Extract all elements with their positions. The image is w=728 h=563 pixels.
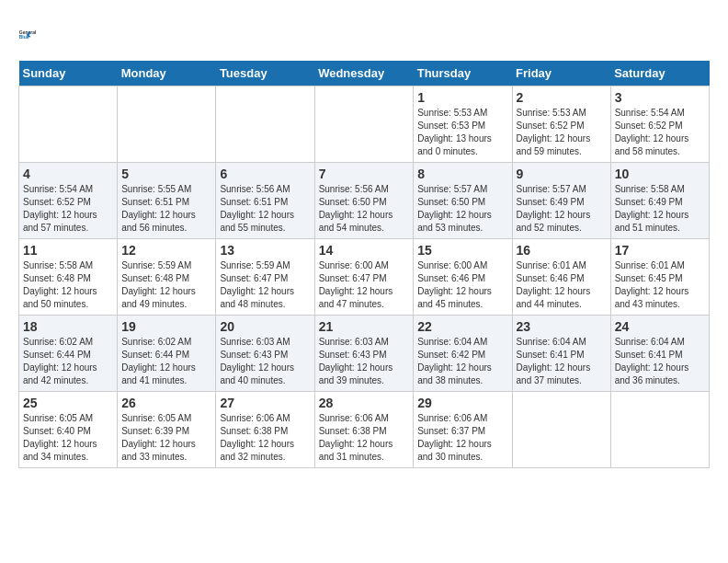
calendar-cell: 20Sunrise: 6:03 AM Sunset: 6:43 PM Dayli… xyxy=(216,316,314,392)
calendar-cell: 10Sunrise: 5:58 AM Sunset: 6:49 PM Dayli… xyxy=(610,163,709,239)
day-number: 16 xyxy=(517,243,607,258)
day-info: Sunrise: 6:01 AM Sunset: 6:46 PM Dayligh… xyxy=(517,259,607,311)
day-info: Sunrise: 5:53 AM Sunset: 6:52 PM Dayligh… xyxy=(517,107,607,158)
calendar-week-5: 25Sunrise: 6:05 AM Sunset: 6:40 PM Dayli… xyxy=(19,392,710,468)
day-number: 24 xyxy=(615,319,705,334)
day-number: 15 xyxy=(417,243,507,258)
calendar-table: SundayMondayTuesdayWednesdayThursdayFrid… xyxy=(18,61,710,468)
day-number: 1 xyxy=(417,90,507,105)
day-info: Sunrise: 5:58 AM Sunset: 6:49 PM Dayligh… xyxy=(615,183,705,235)
day-number: 10 xyxy=(615,167,705,181)
col-header-sunday: Sunday xyxy=(19,61,118,86)
calendar-cell: 21Sunrise: 6:03 AM Sunset: 6:43 PM Dayli… xyxy=(314,316,414,392)
day-number: 25 xyxy=(23,396,113,410)
day-number: 4 xyxy=(23,167,113,181)
logo-icon: General Blue xyxy=(18,18,51,52)
day-info: Sunrise: 5:56 AM Sunset: 6:51 PM Dayligh… xyxy=(220,183,310,235)
calendar-cell: 13Sunrise: 5:59 AM Sunset: 6:47 PM Dayli… xyxy=(216,239,314,316)
day-number: 26 xyxy=(121,396,211,410)
col-header-tuesday: Tuesday xyxy=(216,61,314,86)
day-info: Sunrise: 6:02 AM Sunset: 6:44 PM Dayligh… xyxy=(23,336,113,387)
calendar-cell: 9Sunrise: 5:57 AM Sunset: 6:49 PM Daylig… xyxy=(512,163,610,239)
day-info: Sunrise: 6:06 AM Sunset: 6:38 PM Dayligh… xyxy=(319,412,410,464)
calendar-cell: 6Sunrise: 5:56 AM Sunset: 6:51 PM Daylig… xyxy=(216,163,314,239)
col-header-friday: Friday xyxy=(512,61,610,86)
calendar-cell: 2Sunrise: 5:53 AM Sunset: 6:52 PM Daylig… xyxy=(512,86,610,163)
day-info: Sunrise: 6:02 AM Sunset: 6:44 PM Dayligh… xyxy=(121,336,211,387)
day-number: 14 xyxy=(319,243,410,258)
day-number: 17 xyxy=(615,243,705,258)
calendar-cell: 15Sunrise: 6:00 AM Sunset: 6:46 PM Dayli… xyxy=(414,239,512,316)
calendar-header-row: SundayMondayTuesdayWednesdayThursdayFrid… xyxy=(19,61,710,86)
day-info: Sunrise: 5:58 AM Sunset: 6:48 PM Dayligh… xyxy=(23,259,113,311)
day-info: Sunrise: 6:00 AM Sunset: 6:46 PM Dayligh… xyxy=(417,259,507,311)
calendar-cell: 12Sunrise: 5:59 AM Sunset: 6:48 PM Dayli… xyxy=(118,239,216,316)
day-info: Sunrise: 6:05 AM Sunset: 6:39 PM Dayligh… xyxy=(121,412,211,464)
calendar-cell: 23Sunrise: 6:04 AM Sunset: 6:41 PM Dayli… xyxy=(512,316,610,392)
calendar-cell xyxy=(314,86,414,163)
day-info: Sunrise: 5:55 AM Sunset: 6:51 PM Dayligh… xyxy=(121,183,211,235)
day-number: 9 xyxy=(517,167,607,181)
day-info: Sunrise: 5:54 AM Sunset: 6:52 PM Dayligh… xyxy=(23,183,113,235)
day-info: Sunrise: 6:03 AM Sunset: 6:43 PM Dayligh… xyxy=(319,336,410,387)
calendar-cell: 1Sunrise: 5:53 AM Sunset: 6:53 PM Daylig… xyxy=(414,86,512,163)
day-number: 21 xyxy=(319,319,410,334)
col-header-wednesday: Wednesday xyxy=(314,61,414,86)
day-number: 28 xyxy=(319,396,410,410)
calendar-cell: 16Sunrise: 6:01 AM Sunset: 6:46 PM Dayli… xyxy=(512,239,610,316)
logo: General Blue xyxy=(18,18,55,52)
calendar-week-3: 11Sunrise: 5:58 AM Sunset: 6:48 PM Dayli… xyxy=(19,239,710,316)
day-info: Sunrise: 6:06 AM Sunset: 6:38 PM Dayligh… xyxy=(220,412,310,464)
calendar-cell xyxy=(610,392,709,468)
calendar-cell xyxy=(216,86,314,163)
page-header: General Blue xyxy=(18,18,710,52)
calendar-cell: 4Sunrise: 5:54 AM Sunset: 6:52 PM Daylig… xyxy=(19,163,118,239)
calendar-cell: 11Sunrise: 5:58 AM Sunset: 6:48 PM Dayli… xyxy=(19,239,118,316)
day-info: Sunrise: 5:53 AM Sunset: 6:53 PM Dayligh… xyxy=(417,107,507,158)
day-number: 11 xyxy=(23,243,113,258)
calendar-body: 1Sunrise: 5:53 AM Sunset: 6:53 PM Daylig… xyxy=(19,86,710,468)
col-header-saturday: Saturday xyxy=(610,61,709,86)
day-info: Sunrise: 6:03 AM Sunset: 6:43 PM Dayligh… xyxy=(220,336,310,387)
col-header-monday: Monday xyxy=(118,61,216,86)
calendar-cell: 26Sunrise: 6:05 AM Sunset: 6:39 PM Dayli… xyxy=(118,392,216,468)
day-info: Sunrise: 5:54 AM Sunset: 6:52 PM Dayligh… xyxy=(615,107,705,158)
day-info: Sunrise: 5:59 AM Sunset: 6:47 PM Dayligh… xyxy=(220,259,310,311)
calendar-week-1: 1Sunrise: 5:53 AM Sunset: 6:53 PM Daylig… xyxy=(19,86,710,163)
day-info: Sunrise: 5:57 AM Sunset: 6:50 PM Dayligh… xyxy=(417,183,507,235)
day-number: 18 xyxy=(23,319,113,334)
day-number: 3 xyxy=(615,90,705,105)
day-number: 20 xyxy=(220,319,310,334)
day-info: Sunrise: 6:06 AM Sunset: 6:37 PM Dayligh… xyxy=(417,412,507,464)
calendar-cell: 22Sunrise: 6:04 AM Sunset: 6:42 PM Dayli… xyxy=(414,316,512,392)
day-number: 8 xyxy=(417,167,507,181)
day-info: Sunrise: 6:04 AM Sunset: 6:41 PM Dayligh… xyxy=(615,336,705,387)
calendar-cell xyxy=(118,86,216,163)
day-number: 23 xyxy=(517,319,607,334)
calendar-week-2: 4Sunrise: 5:54 AM Sunset: 6:52 PM Daylig… xyxy=(19,163,710,239)
day-number: 29 xyxy=(417,396,507,410)
day-number: 19 xyxy=(121,319,211,334)
day-info: Sunrise: 5:56 AM Sunset: 6:50 PM Dayligh… xyxy=(319,183,410,235)
col-header-thursday: Thursday xyxy=(414,61,512,86)
day-info: Sunrise: 6:00 AM Sunset: 6:47 PM Dayligh… xyxy=(319,259,410,311)
day-info: Sunrise: 5:59 AM Sunset: 6:48 PM Dayligh… xyxy=(121,259,211,311)
calendar-cell: 25Sunrise: 6:05 AM Sunset: 6:40 PM Dayli… xyxy=(19,392,118,468)
day-info: Sunrise: 6:05 AM Sunset: 6:40 PM Dayligh… xyxy=(23,412,113,464)
calendar-cell: 14Sunrise: 6:00 AM Sunset: 6:47 PM Dayli… xyxy=(314,239,414,316)
calendar-cell: 19Sunrise: 6:02 AM Sunset: 6:44 PM Dayli… xyxy=(118,316,216,392)
day-number: 12 xyxy=(121,243,211,258)
day-number: 27 xyxy=(220,396,310,410)
day-number: 5 xyxy=(121,167,211,181)
day-info: Sunrise: 5:57 AM Sunset: 6:49 PM Dayligh… xyxy=(517,183,607,235)
calendar-cell: 7Sunrise: 5:56 AM Sunset: 6:50 PM Daylig… xyxy=(314,163,414,239)
calendar-cell: 27Sunrise: 6:06 AM Sunset: 6:38 PM Dayli… xyxy=(216,392,314,468)
day-number: 2 xyxy=(517,90,607,105)
calendar-cell xyxy=(512,392,610,468)
day-number: 22 xyxy=(417,319,507,334)
calendar-cell: 29Sunrise: 6:06 AM Sunset: 6:37 PM Dayli… xyxy=(414,392,512,468)
calendar-cell: 3Sunrise: 5:54 AM Sunset: 6:52 PM Daylig… xyxy=(610,86,709,163)
calendar-cell: 18Sunrise: 6:02 AM Sunset: 6:44 PM Dayli… xyxy=(19,316,118,392)
day-info: Sunrise: 6:04 AM Sunset: 6:41 PM Dayligh… xyxy=(517,336,607,387)
calendar-cell: 5Sunrise: 5:55 AM Sunset: 6:51 PM Daylig… xyxy=(118,163,216,239)
